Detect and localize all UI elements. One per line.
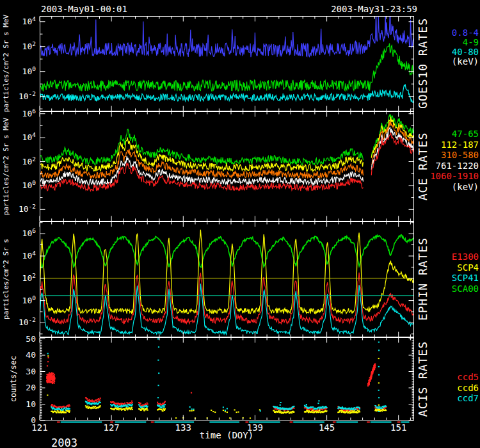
acis-point: [374, 367, 376, 368]
acis-point: [99, 399, 100, 401]
acis-point: [378, 397, 380, 398]
acis-point: [280, 404, 281, 406]
y-tick-label: 40: [0, 349, 36, 361]
acis-point: [259, 409, 260, 410]
y-tick-label: 102: [0, 273, 36, 284]
panel-title-acis: ACIS RATES: [416, 283, 430, 448]
acis-point: [225, 411, 226, 412]
acis-point: [378, 374, 380, 376]
radzone-indicator: [290, 422, 293, 423]
y-tick-label: 104: [0, 132, 36, 143]
acis-point: [381, 410, 383, 412]
legend-item: ccd7: [457, 393, 479, 404]
acis-point: [54, 378, 55, 379]
acis-point: [212, 411, 214, 412]
acis-point: [68, 412, 70, 413]
acis-point: [189, 406, 191, 408]
legend-item: ccd6: [457, 383, 479, 394]
acis-point: [371, 375, 372, 376]
acis-point: [378, 390, 380, 391]
y-tick-label: 104: [0, 250, 36, 262]
radzone-indicator: [367, 422, 370, 423]
acis-point: [143, 408, 144, 410]
acis-point: [374, 368, 375, 369]
acis-data: [46, 339, 387, 419]
acis-point: [131, 407, 132, 408]
acis-point: [100, 397, 101, 399]
acis-point: [158, 385, 159, 386]
x-tick-label: 151: [380, 422, 418, 433]
acis-point: [238, 412, 239, 413]
acis-point: [158, 403, 159, 404]
acis-point: [378, 366, 380, 367]
acis-point: [293, 406, 294, 407]
acis-point: [164, 410, 165, 411]
acis-point: [369, 380, 370, 381]
acis-point: [342, 406, 343, 408]
y-tick-label: 102: [0, 41, 36, 52]
acis-point: [47, 361, 49, 362]
y-tick-label: 104: [0, 16, 36, 28]
acis-point: [307, 410, 308, 411]
y-tick-label: 30: [0, 366, 36, 378]
series-4-9-kev: [40, 44, 414, 92]
acis-point: [378, 342, 380, 343]
acis-point: [124, 403, 125, 404]
acis-point: [214, 412, 216, 413]
acis-point: [280, 402, 282, 403]
acis-point: [52, 373, 54, 374]
y-tick-label: 10-2: [0, 91, 36, 102]
acis-point: [147, 403, 148, 404]
acis-point: [378, 358, 380, 359]
y-tick-label: 106: [0, 108, 36, 120]
series-47-65-kev: [40, 115, 414, 166]
acis-point: [157, 360, 159, 361]
acis-point: [95, 406, 96, 407]
acis-point: [132, 404, 133, 405]
acis-point: [318, 400, 319, 401]
y-tick-label: 106: [0, 228, 36, 239]
acis-point: [161, 407, 163, 408]
acis-point: [100, 402, 101, 403]
x-tick-label: 121: [20, 422, 59, 433]
acis-point: [47, 365, 48, 367]
acis-point: [234, 410, 236, 411]
acis-point: [124, 408, 125, 410]
acis-point: [164, 404, 166, 405]
acis-point: [189, 410, 191, 412]
acis-point: [54, 374, 55, 376]
acis-point: [191, 410, 193, 412]
acis-point: [65, 412, 67, 413]
acis-point: [326, 407, 327, 408]
acis-point: [164, 406, 165, 408]
x-tick-label: 139: [236, 422, 274, 433]
acis-point: [305, 405, 307, 406]
acis-point: [223, 406, 224, 408]
acis-point: [140, 403, 141, 404]
acis-point: [93, 406, 94, 407]
acis-point: [293, 412, 294, 413]
legend-item: 112-187: [430, 140, 479, 150]
acis-point: [326, 410, 327, 412]
x-tick-label: 127: [92, 422, 131, 433]
acis-point: [89, 402, 90, 403]
plot-canvas: [0, 0, 480, 448]
ephin-data: [40, 230, 414, 335]
acis-point: [126, 407, 127, 408]
acis-point: [132, 402, 133, 403]
acis-point: [227, 408, 228, 410]
acis-point: [385, 406, 387, 407]
acis-point: [47, 375, 49, 376]
acis-point: [306, 404, 307, 405]
legend-ace: 47-65112-187310-580761-12201060-1910(keV…: [430, 129, 479, 192]
acis-point: [347, 410, 348, 412]
acis-point: [51, 372, 52, 374]
acis-point: [359, 408, 360, 410]
ace-data: [40, 115, 414, 191]
acis-point: [118, 409, 120, 410]
acis-point: [47, 382, 48, 383]
acis-point: [69, 408, 70, 410]
y-tick-label: 20: [0, 382, 36, 394]
acis-point: [385, 410, 387, 411]
radzone-indicator: [209, 422, 239, 423]
